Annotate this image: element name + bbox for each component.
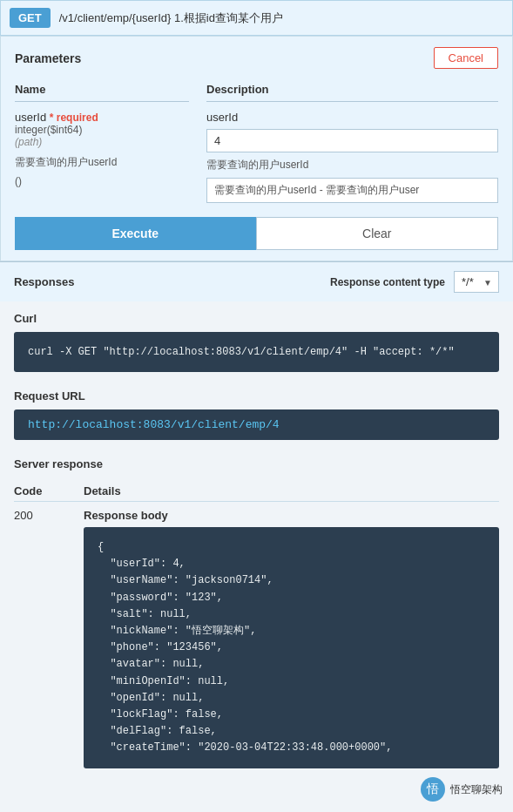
param-row-userid: userId * required integer($int64) (path)… bbox=[15, 111, 498, 203]
request-url-section: Request URL http://localhost:8083/v1/cli… bbox=[0, 382, 513, 450]
param-required: * required bbox=[50, 112, 98, 124]
params-columns: Name Description bbox=[15, 83, 498, 102]
responses-label: Responses bbox=[14, 275, 74, 288]
param-location: (path) bbox=[15, 136, 189, 148]
params-table: Name Description userId * required integ… bbox=[15, 83, 498, 203]
response-table: Code Details 200 Response body { "userId… bbox=[0, 481, 513, 775]
clear-button[interactable]: Clear bbox=[256, 217, 499, 250]
endpoint-text: /v1/client/emp/{userId} 1.根据id查询某个用户 bbox=[59, 10, 283, 26]
response-body-code: { "userId": 4, "userName": "jackson0714"… bbox=[84, 527, 499, 768]
curl-code: curl -X GET "http://localhost:8083/v1/cl… bbox=[14, 332, 499, 372]
responses-bar: Responses Response content type */* bbox=[0, 261, 513, 301]
server-response-section: Server response bbox=[0, 450, 513, 481]
desc-column-header: Description bbox=[206, 83, 498, 102]
watermark-text: 悟空聊架构 bbox=[450, 782, 503, 797]
params-label: Parameters bbox=[15, 51, 81, 65]
params-header: Parameters Cancel bbox=[15, 47, 498, 69]
param-desc-col: userId 需要查询的用户userId 需要查询的用户userId - 需要查… bbox=[206, 111, 498, 203]
execute-button[interactable]: Execute bbox=[15, 217, 256, 250]
details-col-header: Details bbox=[84, 484, 499, 497]
name-column-header: Name bbox=[15, 83, 189, 102]
content-type-select-wrapper[interactable]: */* bbox=[454, 271, 499, 293]
param-name-line: userId * required bbox=[15, 111, 189, 124]
parameters-section: Parameters Cancel Name Description userI… bbox=[0, 36, 513, 261]
param-hint-box: 需要查询的用户userId - 需要查询的用户user bbox=[206, 178, 498, 203]
action-buttons: Execute Clear bbox=[15, 217, 498, 250]
server-response-title: Server response bbox=[14, 457, 499, 470]
param-name: userId bbox=[15, 111, 46, 124]
request-url-title: Request URL bbox=[14, 389, 499, 403]
watermark: 悟 悟空聊架构 bbox=[421, 777, 503, 802]
top-bar: GET /v1/client/emp/{userId} 1.根据id查询某个用户 bbox=[0, 0, 513, 36]
param-desc-hint: 需要查询的用户userId bbox=[206, 158, 498, 173]
response-body-label: Response body bbox=[84, 509, 499, 522]
request-url-value: http://localhost:8083/v1/client/emp/4 bbox=[14, 409, 499, 440]
param-hint1: 需要查询的用户userId bbox=[15, 155, 189, 170]
curl-section: Curl curl -X GET "http://localhost:8083/… bbox=[0, 301, 513, 382]
response-code-200: 200 bbox=[14, 509, 66, 768]
param-desc-label: userId bbox=[206, 111, 498, 124]
watermark-logo: 悟 bbox=[421, 777, 445, 802]
response-cols: Code Details bbox=[14, 484, 499, 502]
response-content-type-label: Response content type bbox=[330, 276, 445, 288]
userid-input[interactable] bbox=[206, 129, 498, 152]
response-row-200: 200 Response body { "userId": 4, "userNa… bbox=[14, 509, 499, 768]
curl-title: Curl bbox=[14, 312, 499, 325]
param-name-col: userId * required integer($int64) (path)… bbox=[15, 111, 189, 187]
code-col-header: Code bbox=[14, 484, 66, 497]
param-type: integer($int64) bbox=[15, 124, 189, 136]
content-type-select[interactable]: */* bbox=[454, 271, 499, 293]
param-hint2: () bbox=[15, 175, 189, 187]
method-badge: GET bbox=[10, 8, 51, 28]
response-details: Response body { "userId": 4, "userName":… bbox=[84, 509, 499, 768]
cancel-button[interactable]: Cancel bbox=[434, 47, 498, 69]
